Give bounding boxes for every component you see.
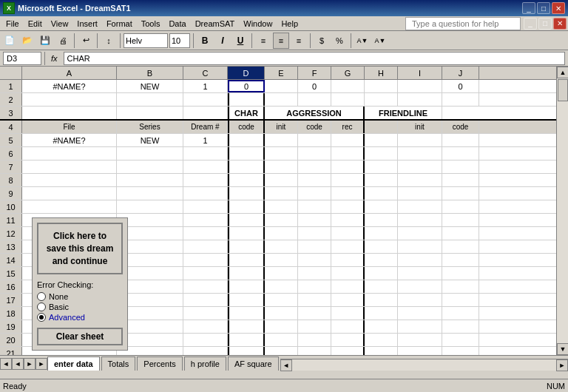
cell-j21[interactable] [442,347,479,355]
cell-a1[interactable]: #NAME? [22,80,117,92]
cell-j18[interactable] [442,307,479,320]
vertical-scrollbar[interactable]: ▲ ▼ [556,67,568,355]
cell-c12[interactable] [183,227,228,240]
print-button[interactable]: 🖨 [55,33,71,49]
scroll-up-button[interactable]: ▲ [557,67,568,78]
cell-e1[interactable] [265,80,298,92]
cell-i21[interactable] [398,347,442,355]
align-left-button[interactable]: ≡ [255,33,271,49]
cell-h20[interactable] [365,334,398,346]
cell-a4[interactable]: File [22,121,117,133]
cell-c18[interactable] [183,307,228,320]
cell-g18[interactable] [331,307,365,320]
cell-j6[interactable] [442,147,479,160]
col-header-b[interactable]: B [117,67,183,79]
cell-i13[interactable] [398,240,442,253]
cell-c14[interactable] [183,254,228,266]
menu-edit[interactable]: Edit [24,18,47,30]
cell-e17[interactable] [265,294,298,306]
cell-h5[interactable] [365,134,398,146]
cell-f5[interactable] [298,134,331,146]
cell-g5[interactable] [331,134,365,146]
cell-a5[interactable]: #NAME? [22,134,117,146]
cell-e3-aggression[interactable]: AGGRESSION [265,107,365,119]
cell-j11[interactable] [442,214,479,226]
cell-d3-char[interactable]: CHAR [228,107,265,119]
cell-g8[interactable] [331,174,365,186]
cell-d13[interactable] [228,240,265,253]
cell-j13[interactable] [442,240,479,253]
cell-d6[interactable] [228,147,265,160]
cell-b8[interactable] [117,174,183,186]
font-size-input[interactable] [169,33,190,48]
tab-totals[interactable]: Totals [101,356,136,371]
cell-g7[interactable] [331,160,365,173]
cell-e10[interactable] [265,200,298,213]
cell-c7[interactable] [183,160,228,173]
cell-c15[interactable] [183,267,228,280]
save-toolbar-button[interactable]: 💾 [37,33,53,49]
tab-percents[interactable]: Percents [137,356,182,371]
cell-g1[interactable] [331,80,365,92]
cell-f8[interactable] [298,174,331,186]
cell-a8[interactable] [22,174,117,186]
cell-b6[interactable] [117,147,183,160]
cell-g17[interactable] [331,294,365,306]
cell-e20[interactable] [265,334,298,346]
cell-c21[interactable] [183,347,228,355]
cell-j12[interactable] [442,227,479,240]
cell-e16[interactable] [265,280,298,293]
cell-g2[interactable] [331,93,365,106]
font-color-button[interactable]: A▼ [372,33,388,49]
cell-e21[interactable] [265,347,298,355]
app-close-button[interactable]: ✕ [553,18,567,30]
clear-sheet-button[interactable]: Clear sheet [37,328,123,345]
cell-g15[interactable] [331,267,365,280]
cell-f4[interactable]: code [298,121,331,133]
cell-a9[interactable] [22,187,117,200]
cell-a3[interactable] [22,107,117,119]
cell-h21[interactable] [365,347,398,355]
cell-j2[interactable] [442,93,479,106]
cell-f18[interactable] [298,307,331,320]
cell-b2[interactable] [117,93,183,106]
cell-d12[interactable] [228,227,265,240]
cell-c3[interactable] [183,107,228,119]
cell-d4[interactable]: code [228,121,265,133]
cell-d1[interactable]: 0 [228,80,265,92]
cell-h1[interactable] [365,80,398,92]
tab-enter-data[interactable]: enter data [47,356,100,371]
cell-c20[interactable] [183,334,228,346]
cell-h18[interactable] [365,307,398,320]
scroll-right-button[interactable]: ► [556,359,568,371]
help-search-input[interactable] [405,17,521,30]
radio-none[interactable]: None [37,292,123,301]
menu-data[interactable]: Data [164,18,190,30]
percent-button[interactable]: % [331,33,348,49]
cell-d18[interactable] [228,307,265,320]
cell-b9[interactable] [117,187,183,200]
formula-input[interactable] [64,52,565,65]
cell-c4[interactable]: Dream # [183,121,228,133]
cell-j7[interactable] [442,160,479,173]
cell-h9[interactable] [365,187,398,200]
cell-e2[interactable] [265,93,298,106]
cell-e11[interactable] [265,214,298,226]
cell-c8[interactable] [183,174,228,186]
cell-a7[interactable] [22,160,117,173]
cell-h8[interactable] [365,174,398,186]
cell-f17[interactable] [298,294,331,306]
cell-g10[interactable] [331,200,365,213]
cell-a10[interactable] [22,200,117,213]
cell-d8[interactable] [228,174,265,186]
cell-i19[interactable] [398,320,442,333]
cell-f2[interactable] [298,93,331,106]
cell-c19[interactable] [183,320,228,333]
cell-g9[interactable] [331,187,365,200]
cell-a2[interactable] [22,93,117,106]
cell-h17[interactable] [365,294,398,306]
cell-j5[interactable] [442,134,479,146]
cell-d2[interactable] [228,93,265,106]
cell-e5[interactable] [265,134,298,146]
menu-dreamsat[interactable]: DreamSAT [191,18,240,30]
